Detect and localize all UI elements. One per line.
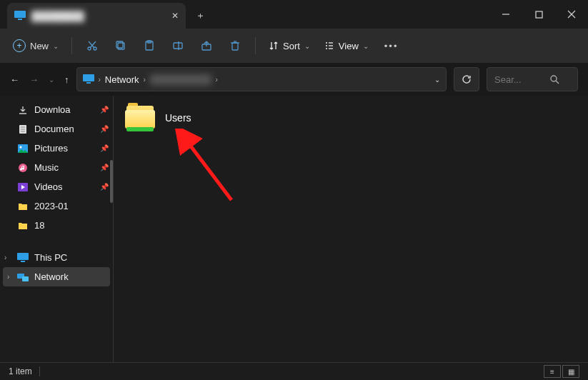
chevron-down-icon: ⌄ bbox=[363, 42, 369, 50]
cut-button[interactable] bbox=[79, 34, 105, 57]
chevron-right-icon: › bbox=[99, 76, 101, 84]
icons-view-toggle[interactable]: ▦ bbox=[562, 365, 579, 378]
sidebar-item-label: 18 bbox=[34, 220, 44, 231]
sidebar-item-thispc[interactable]: › This PC bbox=[0, 248, 113, 267]
nav-buttons: ← → ⌄ ↑ bbox=[10, 74, 69, 85]
shared-folder-item[interactable]: Users bbox=[125, 104, 297, 131]
chevron-right-icon[interactable]: › bbox=[7, 273, 9, 281]
sort-icon bbox=[269, 41, 279, 51]
sidebar-item-label: Music bbox=[34, 162, 59, 173]
sidebar-item-label: 2023-01 bbox=[34, 201, 69, 211]
window-controls bbox=[489, 0, 588, 29]
share-button[interactable] bbox=[194, 34, 219, 57]
sort-button[interactable]: Sort ⌄ bbox=[263, 38, 316, 54]
sidebar-item-pictures[interactable]: Pictures 📌 bbox=[0, 139, 113, 158]
separator bbox=[71, 37, 72, 54]
navigation-pane: Downloa 📌 Documen 📌 Pictures 📌 Music 📌 V bbox=[0, 96, 114, 363]
network-icon bbox=[17, 271, 29, 283]
pictures-icon bbox=[17, 143, 29, 154]
shared-folder-icon bbox=[125, 104, 156, 131]
pin-icon: 📌 bbox=[100, 106, 109, 114]
document-icon bbox=[17, 124, 29, 135]
content-pane[interactable]: Users bbox=[114, 96, 588, 363]
history-chevron-icon[interactable]: ⌄ bbox=[434, 76, 440, 84]
file-explorer-window: ████████ ✕ ＋ + New ⌄ Sort ⌄ bbox=[0, 0, 588, 380]
forward-button[interactable]: → bbox=[29, 74, 39, 85]
search-icon bbox=[550, 75, 559, 84]
svg-rect-17 bbox=[232, 43, 238, 50]
search-input[interactable] bbox=[493, 74, 546, 86]
monitor-icon bbox=[14, 11, 26, 21]
crumb-host[interactable]: ████████ bbox=[150, 74, 211, 85]
tab-title: ████████ bbox=[31, 11, 171, 21]
recent-button[interactable]: ⌄ bbox=[49, 76, 54, 84]
plus-circle-icon: + bbox=[13, 39, 26, 52]
refresh-button[interactable] bbox=[454, 67, 479, 91]
search-box[interactable] bbox=[487, 67, 578, 91]
window-tab[interactable]: ████████ ✕ bbox=[7, 3, 186, 29]
sidebar-item-folder[interactable]: 18 bbox=[0, 216, 113, 235]
crumb-network[interactable]: Network bbox=[105, 74, 139, 85]
folder-icon bbox=[17, 220, 29, 231]
chevron-right-icon[interactable]: › bbox=[4, 254, 6, 261]
sidebar-item-label: Videos bbox=[34, 181, 63, 192]
separator bbox=[255, 37, 256, 54]
chevron-down-icon: ⌄ bbox=[53, 42, 59, 50]
chevron-right-icon: › bbox=[144, 76, 146, 84]
back-button[interactable]: ← bbox=[10, 74, 19, 85]
sidebar-item-label: This PC bbox=[34, 252, 67, 263]
rename-button[interactable] bbox=[165, 34, 191, 57]
svg-rect-1 bbox=[18, 19, 22, 20]
sidebar-item-music[interactable]: Music 📌 bbox=[0, 158, 113, 177]
maximize-button[interactable] bbox=[522, 0, 555, 29]
pin-icon: 📌 bbox=[100, 144, 109, 152]
videos-icon bbox=[17, 181, 29, 193]
up-button[interactable]: ↑ bbox=[64, 74, 69, 85]
more-button[interactable]: ••• bbox=[377, 41, 406, 51]
svg-rect-38 bbox=[17, 253, 29, 260]
sidebar-item-label: Network bbox=[34, 271, 69, 282]
address-row: ← → ⌄ ↑ › Network › ████████ › ⌄ bbox=[0, 63, 588, 96]
new-tab-button[interactable]: ＋ bbox=[186, 3, 214, 29]
pin-icon: 📌 bbox=[100, 164, 109, 171]
svg-point-28 bbox=[551, 76, 557, 81]
sidebar-item-folder[interactable]: 2023-01 bbox=[0, 196, 113, 216]
command-bar: + New ⌄ Sort ⌄ View ⌄ ••• bbox=[0, 29, 588, 63]
music-icon bbox=[17, 162, 29, 174]
view-icon bbox=[324, 41, 334, 51]
copy-button[interactable] bbox=[108, 34, 134, 57]
pin-icon: 📌 bbox=[100, 125, 109, 133]
status-bar: 1 item ≡ ▦ bbox=[0, 362, 588, 380]
sidebar-item-downloads[interactable]: Downloa 📌 bbox=[0, 100, 113, 119]
svg-rect-26 bbox=[83, 74, 94, 81]
details-view-toggle[interactable]: ≡ bbox=[544, 365, 561, 378]
new-label: New bbox=[30, 41, 49, 51]
separator bbox=[39, 366, 40, 376]
sidebar-item-network[interactable]: › Network bbox=[3, 267, 110, 286]
close-tab-icon[interactable]: ✕ bbox=[171, 11, 179, 21]
sidebar-item-videos[interactable]: Videos 📌 bbox=[0, 177, 113, 196]
sidebar-item-label: Downloa bbox=[34, 104, 71, 115]
scrollbar-thumb[interactable] bbox=[110, 160, 113, 203]
svg-rect-27 bbox=[86, 82, 91, 84]
paste-button[interactable] bbox=[136, 34, 162, 57]
breadcrumb[interactable]: › Network › ████████ › bbox=[99, 74, 218, 85]
explorer-body: Downloa 📌 Documen 📌 Pictures 📌 Music 📌 V bbox=[0, 96, 588, 363]
folder-name: Users bbox=[165, 112, 191, 124]
new-button[interactable]: + New ⌄ bbox=[7, 36, 64, 55]
download-icon bbox=[17, 104, 29, 116]
minimize-button[interactable] bbox=[489, 0, 522, 29]
delete-button[interactable] bbox=[222, 34, 248, 57]
address-bar[interactable]: › Network › ████████ › ⌄ bbox=[76, 67, 447, 91]
view-label: View bbox=[339, 41, 359, 51]
svg-line-29 bbox=[556, 81, 559, 84]
monitor-icon bbox=[17, 252, 29, 264]
svg-rect-0 bbox=[14, 11, 26, 18]
view-button[interactable]: View ⌄ bbox=[319, 38, 374, 54]
close-window-button[interactable] bbox=[555, 0, 588, 29]
svg-rect-39 bbox=[21, 261, 25, 262]
folder-icon bbox=[17, 201, 29, 212]
titlebar: ████████ ✕ ＋ bbox=[0, 0, 588, 29]
sidebar-item-documents[interactable]: Documen 📌 bbox=[0, 119, 113, 139]
svg-rect-41 bbox=[22, 276, 29, 281]
